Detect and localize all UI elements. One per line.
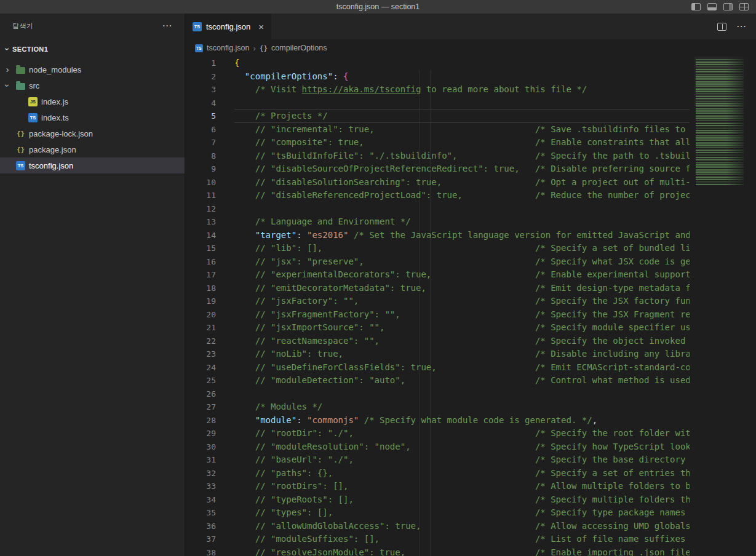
- toggle-primary-sidebar-icon[interactable]: [691, 3, 701, 10]
- tab-tsconfig[interactable]: TS tsconfig.json ×: [185, 14, 271, 39]
- breadcrumb-symbol[interactable]: compilerOptions: [271, 44, 327, 52]
- line-number: 8: [185, 149, 234, 163]
- file-item-index.ts[interactable]: ›TSindex.ts: [0, 109, 185, 125]
- code-line-11[interactable]: 11 // "disableReferencedProjectLoad": tr…: [185, 189, 690, 202]
- code-line-19[interactable]: 19 // "jsxFactory": "", /* Specify the J…: [185, 295, 690, 308]
- code-line-10[interactable]: 10 // "disableSolutionSearching": true, …: [185, 176, 690, 189]
- file-name: src: [29, 81, 39, 90]
- ts-config-file-icon: TS: [16, 161, 25, 170]
- code-text: // "reactNamespace": "", /* Specify the …: [234, 335, 690, 348]
- explorer-more-actions-icon[interactable]: ⋯: [162, 21, 172, 31]
- file-item-src[interactable]: ›src: [0, 77, 185, 93]
- code-text: "compilerOptions": {: [234, 70, 348, 84]
- code-line-25[interactable]: 25 // "moduleDetection": "auto", /* Cont…: [185, 374, 690, 387]
- editor-more-actions-icon[interactable]: ⋯: [736, 22, 746, 31]
- toggle-panel-icon[interactable]: [707, 3, 717, 10]
- code-text: // "jsx": "preserve", /* Specify what JS…: [234, 255, 690, 269]
- tab-bar: TS tsconfig.json × ⋯: [185, 14, 756, 39]
- folder-icon: [16, 67, 25, 74]
- code-text: // "resolveJsonModule": true, /* Enable …: [234, 546, 690, 556]
- file-item-index.js[interactable]: ›JSindex.js: [0, 93, 185, 109]
- code-text: // "emitDecoratorMetadata": true, /* Emi…: [234, 282, 690, 295]
- code-line-7[interactable]: 7 // "composite": true, /* Enable constr…: [185, 136, 690, 149]
- line-number: 15: [185, 242, 234, 255]
- code-line-22[interactable]: 22 // "reactNamespace": "", /* Specify t…: [185, 335, 690, 348]
- code-text: /* Projects */: [234, 109, 328, 123]
- code-line-18[interactable]: 18 // "emitDecoratorMetadata": true, /* …: [185, 282, 690, 295]
- code-line-4[interactable]: 4: [185, 97, 690, 110]
- code-line-38[interactable]: 38 // "resolveJsonModule": true, /* Enab…: [185, 546, 690, 556]
- file-tree: ›node_modules›src›JSindex.js›TSindex.ts›…: [0, 62, 185, 173]
- code-line-34[interactable]: 34 // "typeRoots": [], /* Specify multip…: [185, 493, 690, 507]
- code-text: // "incremental": true, /* Save .tsbuild…: [234, 123, 690, 137]
- line-number: 16: [185, 255, 234, 269]
- layout-controls: [691, 0, 749, 14]
- file-name: package-lock.json: [29, 129, 93, 138]
- line-number: 1: [185, 57, 234, 70]
- toggle-secondary-sidebar-icon[interactable]: [723, 3, 733, 10]
- line-number: 5: [185, 109, 234, 123]
- code-line-12[interactable]: 12: [185, 202, 690, 216]
- code-line-16[interactable]: 16 // "jsx": "preserve", /* Specify what…: [185, 255, 690, 269]
- code-line-24[interactable]: 24 // "useDefineForClassFields": true, /…: [185, 361, 690, 375]
- code-text: // "tsBuildInfoFile": "./.tsbuildinfo", …: [234, 149, 690, 163]
- code-line-17[interactable]: 17 // "experimentalDecorators": true, /*…: [185, 268, 690, 282]
- code-text: // "jsxFragmentFactory": "", /* Specify …: [234, 308, 690, 322]
- code-line-2[interactable]: 2 "compilerOptions": {: [185, 70, 690, 84]
- file-item-node_modules[interactable]: ›node_modules: [0, 62, 185, 77]
- code-line-37[interactable]: 37 // "moduleSuffixes": [], /* List of f…: [185, 533, 690, 546]
- close-tab-icon[interactable]: ×: [258, 22, 264, 31]
- chevron-right-icon[interactable]: ›: [2, 65, 12, 74]
- split-editor-icon[interactable]: [717, 23, 726, 31]
- code-text: // "jsxImportSource": "", /* Specify mod…: [234, 321, 690, 335]
- code-line-26[interactable]: 26: [185, 387, 690, 401]
- code-line-23[interactable]: 23 // "noLib": true, /* Disable includin…: [185, 348, 690, 361]
- chevron-down-icon[interactable]: ›: [3, 81, 12, 90]
- code-line-21[interactable]: 21 // "jsxImportSource": "", /* Specify …: [185, 321, 690, 335]
- code-line-20[interactable]: 20 // "jsxFragmentFactory": "", /* Speci…: [185, 308, 690, 322]
- line-number: 27: [185, 400, 234, 414]
- code-text: // "rootDir": "./", /* Specify the root …: [234, 427, 690, 440]
- code-line-35[interactable]: 35 // "types": [], /* Specify type packa…: [185, 506, 690, 520]
- code-line-3[interactable]: 3 /* Visit https://aka.ms/tsconfig to re…: [185, 83, 690, 97]
- line-number: 37: [185, 533, 234, 546]
- customize-layout-icon[interactable]: [739, 3, 749, 10]
- code-text: // "composite": true, /* Enable constrai…: [234, 136, 690, 149]
- title-bar[interactable]: tsconfig.json — section1: [0, 0, 756, 14]
- line-number: 31: [185, 453, 234, 467]
- code-line-6[interactable]: 6 // "incremental": true, /* Save .tsbui…: [185, 123, 690, 137]
- code-text: /* Modules */: [234, 400, 322, 414]
- code-text: // "disableSourceOfProjectReferenceRedir…: [234, 162, 690, 176]
- line-number: 7: [185, 136, 234, 149]
- breadcrumb-file[interactable]: tsconfig.json: [207, 44, 249, 52]
- minimap[interactable]: [694, 57, 747, 556]
- code-editor[interactable]: 1{2 "compilerOptions": {3 /* Visit https…: [185, 57, 756, 556]
- line-number: 4: [185, 97, 234, 110]
- code-line-27[interactable]: 27 /* Modules */: [185, 400, 690, 414]
- code-line-13[interactable]: 13 /* Language and Environment */: [185, 215, 690, 229]
- code-line-1[interactable]: 1{: [185, 57, 690, 70]
- code-line-14[interactable]: 14 "target": "es2016" /* Set the JavaScr…: [185, 229, 690, 242]
- code-line-32[interactable]: 32 // "paths": {}, /* Specify a set of e…: [185, 467, 690, 480]
- code-text: // "allowUmdGlobalAccess": true, /* Allo…: [234, 520, 690, 533]
- code-line-9[interactable]: 9 // "disableSourceOfProjectReferenceRed…: [185, 162, 690, 176]
- code-text: // "baseUrl": "./", /* Specify the base …: [234, 453, 690, 467]
- file-name: index.ts: [41, 113, 69, 122]
- code-line-30[interactable]: 30 // "moduleResolution": "node", /* Spe…: [185, 440, 690, 454]
- code-line-5[interactable]: 5 /* Projects */: [185, 109, 690, 123]
- workspace-section-header[interactable]: › SECTION1: [0, 42, 185, 57]
- code-line-29[interactable]: 29 // "rootDir": "./", /* Specify the ro…: [185, 427, 690, 440]
- code-text: // "lib": [], /* Specify a set of bundle…: [234, 242, 690, 255]
- code-line-28[interactable]: 28 "module": "commonjs" /* Specify what …: [185, 414, 690, 427]
- vscode-window: tsconfig.json — section1 탐색기 ⋯ › SECTION…: [0, 0, 756, 556]
- line-number: 25: [185, 374, 234, 387]
- file-item-package.json[interactable]: ›{}package.json: [0, 141, 185, 157]
- code-line-8[interactable]: 8 // "tsBuildInfoFile": "./.tsbuildinfo"…: [185, 149, 690, 163]
- code-line-15[interactable]: 15 // "lib": [], /* Specify a set of bun…: [185, 242, 690, 255]
- code-line-31[interactable]: 31 // "baseUrl": "./", /* Specify the ba…: [185, 453, 690, 467]
- code-line-36[interactable]: 36 // "allowUmdGlobalAccess": true, /* A…: [185, 520, 690, 533]
- code-line-33[interactable]: 33 // "rootDirs": [], /* Allow multiple …: [185, 480, 690, 493]
- code-text: // "paths": {}, /* Specify a set of entr…: [234, 467, 690, 480]
- file-item-tsconfig.json[interactable]: ›TStsconfig.json: [0, 157, 185, 173]
- file-item-package-lock.json[interactable]: ›{}package-lock.json: [0, 125, 185, 141]
